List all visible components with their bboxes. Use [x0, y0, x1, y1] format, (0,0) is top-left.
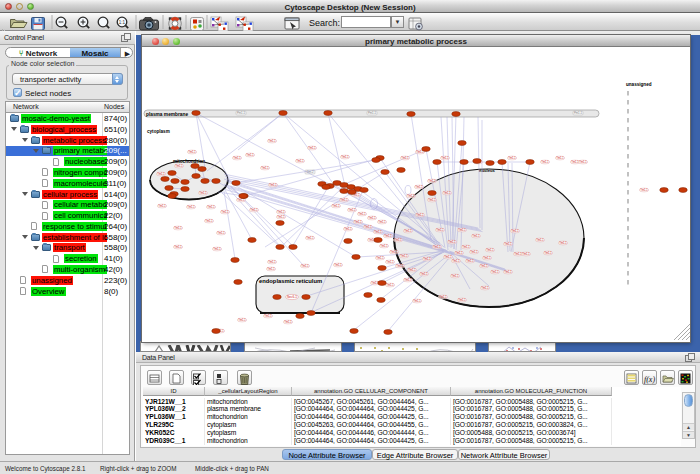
svg-text:Ym1-1: Ym1-1 — [364, 225, 372, 229]
svg-text:Ym1-1: Ym1-1 — [158, 204, 166, 208]
svg-text:Ym1-1: Ym1-1 — [428, 198, 436, 202]
svg-text:Ym1-1: Ym1-1 — [386, 260, 394, 264]
svg-text:Ym1-1: Ym1-1 — [205, 219, 213, 223]
svg-text:Ym1-1: Ym1-1 — [296, 159, 304, 163]
svg-text:Ym1-1: Ym1-1 — [277, 215, 285, 219]
svg-text:Ym1-1: Ym1-1 — [174, 245, 182, 249]
svg-text:mitochondrion: mitochondrion — [173, 159, 205, 164]
svg-text:Ym1-1: Ym1-1 — [378, 220, 386, 224]
svg-text:Ym1-1: Ym1-1 — [462, 245, 470, 249]
svg-text:Ym1-1: Ym1-1 — [341, 155, 349, 159]
svg-text:Ym1-1: Ym1-1 — [334, 263, 342, 267]
svg-text:Ym1-1: Ym1-1 — [640, 188, 648, 192]
svg-text:Ym1-1: Ym1-1 — [354, 220, 362, 224]
svg-text:1:1: 1:1 — [119, 20, 126, 25]
svg-text:Ym1-1: Ym1-1 — [472, 234, 480, 238]
svg-text:Ym1-1: Ym1-1 — [413, 299, 421, 303]
svg-text:Ym1-1: Ym1-1 — [277, 210, 285, 214]
svg-text:Ym1-1: Ym1-1 — [358, 212, 366, 216]
svg-text:Ym1-1: Ym1-1 — [536, 238, 544, 242]
svg-text:Ym1-1: Ym1-1 — [466, 259, 474, 263]
svg-text:Ym1-1: Ym1-1 — [415, 185, 423, 189]
svg-text:Ym1-1: Ym1-1 — [408, 268, 416, 272]
svg-text:Ym1-1: Ym1-1 — [396, 264, 404, 268]
svg-text:Ym1-1: Ym1-1 — [511, 229, 519, 233]
svg-text:Ym1-1: Ym1-1 — [188, 150, 196, 154]
svg-text:Ym1-1: Ym1-1 — [376, 256, 384, 260]
svg-text:Ym1-1: Ym1-1 — [420, 272, 428, 276]
svg-text:Ym1-1: Ym1-1 — [250, 208, 258, 212]
svg-text:Ym1-1: Ym1-1 — [407, 194, 415, 198]
svg-text:Ym1-1: Ym1-1 — [199, 191, 207, 195]
svg-text:Ym1-1: Ym1-1 — [556, 156, 564, 160]
svg-text:Ym1-1: Ym1-1 — [486, 248, 494, 252]
svg-text:Ym1-1: Ym1-1 — [428, 179, 436, 183]
svg-text:Ym1-1: Ym1-1 — [480, 264, 488, 268]
svg-text:Ym1-1: Ym1-1 — [380, 244, 388, 248]
svg-text:Ym1-1: Ym1-1 — [579, 160, 587, 164]
svg-text:Ym1-1: Ym1-1 — [221, 210, 229, 214]
svg-text:Ym1-1: Ym1-1 — [441, 156, 449, 160]
svg-text:Ym1-1: Ym1-1 — [401, 156, 409, 160]
svg-text:Ym1-1: Ym1-1 — [470, 250, 478, 254]
svg-text:Ym1-1: Ym1-1 — [268, 139, 276, 143]
svg-text:Pm1-1: Pm1-1 — [237, 111, 246, 115]
svg-text:Ym1-1: Ym1-1 — [264, 314, 272, 318]
svg-text:Ym1-1: Ym1-1 — [217, 231, 225, 235]
svg-text:Pm1-1: Pm1-1 — [368, 111, 377, 115]
svg-text:Ym1-1: Ym1-1 — [332, 204, 340, 208]
svg-text:nucleus: nucleus — [479, 168, 495, 173]
svg-text:Ym1-1: Ym1-1 — [340, 198, 348, 202]
svg-text:cytoplasm: cytoplasm — [147, 129, 170, 134]
svg-text:Ym1-1: Ym1-1 — [368, 216, 376, 220]
svg-text:Ym1-1: Ym1-1 — [443, 191, 451, 195]
svg-text:f(x): f(x) — [644, 375, 655, 384]
svg-text:endoplasmic reticulum: endoplasmic reticulum — [259, 278, 322, 284]
svg-text:Ym1-1: Ym1-1 — [394, 238, 402, 242]
svg-text:Ym1-1: Ym1-1 — [504, 242, 512, 246]
svg-text:Ym1-1: Ym1-1 — [386, 283, 394, 287]
svg-text:Ym1-1: Ym1-1 — [348, 208, 356, 212]
svg-text:Ym1-1: Ym1-1 — [404, 278, 412, 282]
svg-text:Ym1-1: Ym1-1 — [433, 245, 441, 249]
svg-text:Ym1-1: Ym1-1 — [261, 166, 269, 170]
svg-text:Ym1-1: Ym1-1 — [416, 213, 424, 217]
svg-text:Ym1-1: Ym1-1 — [175, 164, 183, 168]
svg-text:Ym1-1: Ym1-1 — [268, 260, 276, 264]
svg-text:Ym1-1: Ym1-1 — [436, 228, 444, 232]
svg-text:Ym1-1: Ym1-1 — [483, 256, 491, 260]
svg-text:Ym1-1: Ym1-1 — [207, 205, 215, 209]
svg-text:Ym1-1: Ym1-1 — [451, 274, 459, 278]
svg-text:Ym1-1: Ym1-1 — [174, 226, 182, 230]
svg-text:Ym1-1: Ym1-1 — [452, 259, 460, 263]
svg-text:Ym1-1: Ym1-1 — [187, 205, 195, 209]
svg-text:Ym1-1: Ym1-1 — [374, 230, 382, 234]
svg-text:Ym1-1: Ym1-1 — [400, 254, 408, 258]
svg-text:unassigned: unassigned — [626, 82, 652, 87]
svg-text:Ym1-1: Ym1-1 — [508, 156, 516, 160]
svg-text:Ym1-1: Ym1-1 — [157, 172, 165, 176]
svg-text:Ym1-1: Ym1-1 — [458, 228, 466, 232]
svg-text:Ym1-1: Ym1-1 — [269, 183, 277, 187]
svg-text:Ym1-1: Ym1-1 — [308, 146, 316, 150]
svg-text:Sec6-1: Sec6-1 — [287, 295, 297, 299]
svg-text:Ym1-1: Ym1-1 — [306, 236, 314, 240]
svg-text:Ym1-1: Ym1-1 — [384, 234, 392, 238]
svg-text:Ym1-1: Ym1-1 — [423, 257, 431, 261]
svg-text:plasma membrane: plasma membrane — [146, 112, 188, 117]
svg-text:Ym1-1: Ym1-1 — [390, 250, 398, 254]
svg-text:Ym1-1: Ym1-1 — [301, 264, 309, 268]
svg-text:Ym1-1: Ym1-1 — [522, 252, 530, 256]
svg-text:Ym1-1: Ym1-1 — [541, 160, 549, 164]
svg-text:Ym1-1: Ym1-1 — [404, 229, 412, 233]
svg-text:Ym1-1: Ym1-1 — [439, 295, 447, 299]
svg-text:Ym1-1: Ym1-1 — [284, 320, 292, 324]
svg-text:Ym1-1: Ym1-1 — [491, 270, 499, 274]
svg-text:Ym1-1: Ym1-1 — [444, 255, 452, 259]
svg-text:Ym1-1: Ym1-1 — [481, 286, 489, 290]
svg-text:Ym1-1: Ym1-1 — [344, 227, 352, 231]
svg-text:Ym1-1: Ym1-1 — [213, 247, 221, 251]
svg-text:Ym1-1: Ym1-1 — [448, 240, 456, 244]
svg-text:Ym1-1: Ym1-1 — [458, 298, 466, 302]
svg-text:Ym1-1: Ym1-1 — [455, 251, 463, 255]
